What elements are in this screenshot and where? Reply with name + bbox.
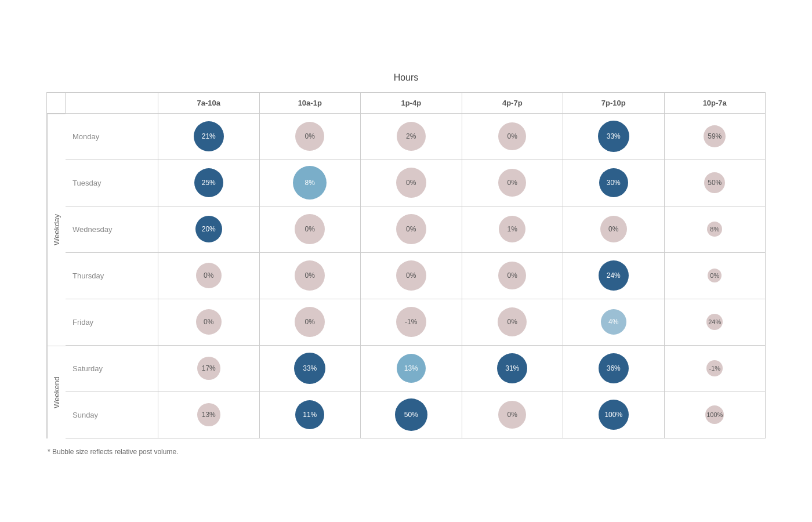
bubble-cell-1-1-2: 50% bbox=[361, 392, 462, 438]
bubble-0-2-5: 8% bbox=[707, 222, 722, 237]
day-label-0-4: Friday bbox=[66, 299, 158, 346]
bubble-cell-0-3-1: 0% bbox=[260, 253, 361, 299]
bubble-1-0-1: 33% bbox=[294, 353, 325, 384]
bubble-cell-0-1-1: 8% bbox=[260, 160, 361, 206]
bubble-cell-0-4-4: 4% bbox=[563, 299, 665, 346]
bubble-0-2-1: 0% bbox=[295, 214, 325, 244]
bubble-cell-0-0-0: 21% bbox=[158, 114, 260, 160]
bubble-1-1-0: 13% bbox=[197, 403, 220, 426]
bubble-cell-0-2-0: 20% bbox=[158, 206, 260, 253]
bubble-0-2-0: 20% bbox=[195, 216, 222, 242]
bubble-cell-0-4-2: -1% bbox=[361, 299, 462, 346]
bubble-cell-1-1-5: 100% bbox=[665, 392, 766, 438]
bubble-1-1-3: 0% bbox=[498, 401, 526, 429]
bubble-cell-0-4-5: 24% bbox=[665, 299, 766, 346]
footer-note: * Bubble size reflects relative post vol… bbox=[46, 448, 766, 456]
bubble-cell-0-4-0: 0% bbox=[158, 299, 260, 346]
day-label-0-1: Tuesday bbox=[66, 160, 158, 206]
bubble-0-2-4: 0% bbox=[600, 216, 627, 242]
chart-container: Hours 7a-10a10a-1p1p-4p4p-7p7p-10p10p-7a… bbox=[23, 55, 789, 467]
bubble-cell-1-0-3: 31% bbox=[462, 346, 564, 392]
bubble-cell-0-0-3: 0% bbox=[462, 114, 564, 160]
bubble-cell-1-0-2: 13% bbox=[361, 346, 462, 392]
bubble-0-4-4: 4% bbox=[601, 309, 626, 335]
header-col-5: 10p-7a bbox=[665, 93, 766, 114]
bubble-cell-1-0-1: 33% bbox=[260, 346, 361, 392]
bubble-cell-0-2-3: 1% bbox=[462, 206, 564, 253]
header-col-2: 1p-4p bbox=[361, 93, 462, 114]
header-col-1: 10a-1p bbox=[260, 93, 361, 114]
bubble-0-0-4: 33% bbox=[598, 121, 629, 152]
bubble-cell-0-4-1: 0% bbox=[260, 299, 361, 346]
bubble-1-1-5: 100% bbox=[705, 405, 724, 424]
bubble-0-3-1: 0% bbox=[295, 260, 325, 291]
bubble-1-0-4: 36% bbox=[599, 353, 629, 383]
day-label-0-3: Thursday bbox=[66, 253, 158, 299]
bubble-0-1-1: 8% bbox=[293, 166, 327, 200]
bubble-cell-0-1-2: 0% bbox=[361, 160, 462, 206]
bubble-0-4-1: 0% bbox=[295, 307, 325, 337]
bubble-0-1-2: 0% bbox=[396, 168, 426, 198]
bubble-cell-0-3-3: 0% bbox=[462, 253, 564, 299]
bubble-cell-0-1-5: 50% bbox=[665, 160, 766, 206]
bubble-0-4-5: 24% bbox=[706, 314, 723, 330]
bubble-cell-0-3-4: 24% bbox=[563, 253, 665, 299]
bubble-cell-0-1-0: 25% bbox=[158, 160, 260, 206]
bubble-1-1-2: 50% bbox=[395, 398, 427, 431]
bubble-0-0-1: 0% bbox=[295, 122, 324, 151]
bubble-0-3-2: 0% bbox=[396, 260, 426, 291]
bubble-cell-0-0-4: 33% bbox=[563, 114, 665, 160]
group-label-0: Weekday bbox=[47, 114, 66, 346]
header-empty-day bbox=[66, 93, 158, 114]
bubble-0-2-3: 1% bbox=[499, 216, 525, 242]
bubble-cell-1-0-5: -1% bbox=[665, 346, 766, 392]
bubble-1-1-1: 11% bbox=[295, 400, 324, 429]
header-col-3: 4p-7p bbox=[462, 93, 564, 114]
header-col-4: 7p-10p bbox=[563, 93, 665, 114]
bubble-cell-1-1-4: 100% bbox=[563, 392, 665, 438]
bubble-1-0-2: 13% bbox=[397, 354, 426, 383]
bubble-0-1-5: 50% bbox=[704, 172, 725, 193]
bubble-0-4-0: 0% bbox=[196, 309, 222, 335]
bubble-cell-0-2-5: 8% bbox=[665, 206, 766, 253]
bubble-0-0-3: 0% bbox=[498, 122, 526, 150]
bubble-0-1-0: 25% bbox=[194, 168, 223, 197]
bubble-1-0-3: 31% bbox=[497, 353, 527, 383]
bubble-cell-0-3-0: 0% bbox=[158, 253, 260, 299]
day-label-1-1: Sunday bbox=[66, 392, 158, 438]
bubble-1-0-5: -1% bbox=[706, 360, 723, 376]
bubble-cell-0-4-3: 0% bbox=[462, 299, 564, 346]
bubble-cell-1-0-4: 36% bbox=[563, 346, 665, 392]
bubble-0-0-0: 21% bbox=[194, 121, 224, 151]
day-label-0-0: Monday bbox=[66, 114, 158, 160]
bubble-cell-0-1-3: 0% bbox=[462, 160, 564, 206]
header-col-0: 7a-10a bbox=[158, 93, 260, 114]
bubble-0-1-4: 30% bbox=[599, 168, 628, 197]
bubble-0-3-0: 0% bbox=[196, 263, 222, 288]
bubble-0-4-3: 0% bbox=[498, 307, 527, 336]
bubble-cell-0-3-2: 0% bbox=[361, 253, 462, 299]
bubble-1-0-0: 17% bbox=[197, 357, 220, 380]
day-label-1-0: Saturday bbox=[66, 346, 158, 392]
bubble-0-2-2: 0% bbox=[396, 214, 426, 244]
bubble-0-1-3: 0% bbox=[498, 169, 526, 197]
bubble-cell-1-1-3: 0% bbox=[462, 392, 564, 438]
bubble-1-1-4: 100% bbox=[599, 400, 629, 430]
bubble-cell-0-2-4: 0% bbox=[563, 206, 665, 253]
bubble-0-4-2: -1% bbox=[396, 307, 426, 337]
bubble-0-3-4: 24% bbox=[599, 260, 629, 291]
bubble-cell-0-0-2: 2% bbox=[361, 114, 462, 160]
bubble-cell-1-1-1: 11% bbox=[260, 392, 361, 438]
bubble-cell-0-0-1: 0% bbox=[260, 114, 361, 160]
bubble-cell-0-0-5: 59% bbox=[665, 114, 766, 160]
bubble-cell-0-3-5: 0% bbox=[665, 253, 766, 299]
group-label-1: Weekend bbox=[47, 346, 66, 438]
header-empty-group bbox=[47, 93, 66, 114]
bubble-cell-0-2-2: 0% bbox=[361, 206, 462, 253]
bubble-0-0-5: 59% bbox=[704, 125, 726, 147]
day-label-0-2: Wednesday bbox=[66, 206, 158, 253]
bubble-0-3-3: 0% bbox=[498, 262, 526, 289]
bubble-0-3-5: 0% bbox=[708, 269, 722, 282]
bubble-cell-0-2-1: 0% bbox=[260, 206, 361, 253]
bubble-cell-1-1-0: 13% bbox=[158, 392, 260, 438]
